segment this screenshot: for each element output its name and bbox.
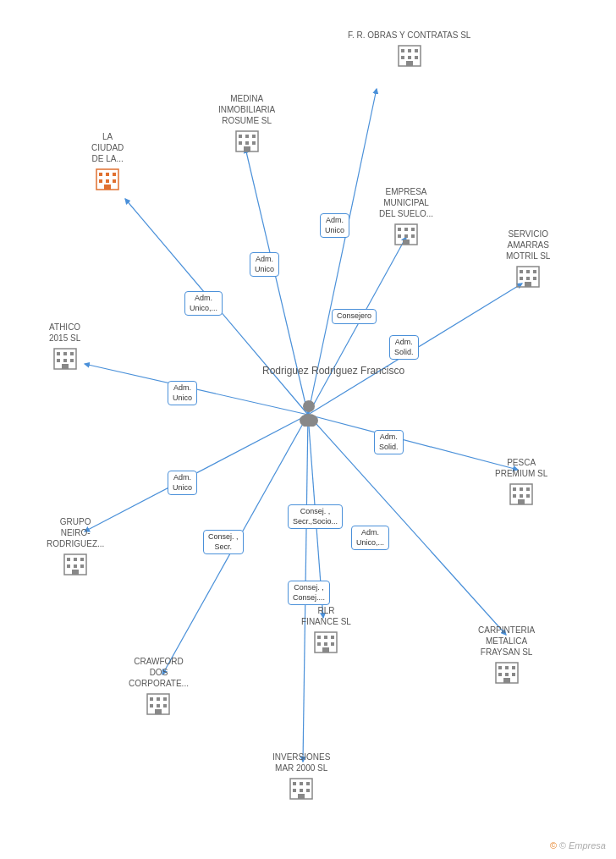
- svg-rect-53: [525, 282, 531, 287]
- svg-rect-73: [80, 558, 84, 561]
- label-medina: MEDINAINMOBILIARIAROSUME SL: [218, 93, 275, 126]
- svg-rect-74: [67, 564, 70, 568]
- svg-rect-43: [404, 234, 408, 238]
- svg-rect-108: [306, 789, 310, 792]
- svg-rect-105: [306, 782, 310, 785]
- node-crawford: CRAWFORDDOSCORPORATE...: [129, 656, 189, 716]
- svg-rect-82: [317, 642, 321, 646]
- node-athico: ATHICO2015 SL: [49, 322, 80, 371]
- svg-rect-87: [498, 666, 502, 669]
- svg-rect-56: [63, 352, 67, 355]
- svg-rect-21: [406, 61, 413, 66]
- role-badge-r3[interactable]: Adm.Unico,...: [184, 291, 223, 316]
- svg-rect-75: [74, 564, 77, 568]
- svg-rect-65: [526, 487, 530, 491]
- svg-rect-67: [520, 494, 523, 498]
- role-badge-r5[interactable]: Adm.Solid.: [389, 335, 419, 360]
- svg-rect-71: [67, 558, 70, 561]
- svg-rect-60: [70, 359, 74, 362]
- watermark: © © Empresa: [550, 840, 606, 851]
- svg-rect-49: [533, 270, 536, 273]
- diagram-container: Rodriguez Rodriguez Francisco F. R. OBRA…: [0, 0, 616, 859]
- svg-rect-107: [300, 789, 303, 792]
- svg-rect-48: [526, 270, 530, 273]
- svg-rect-89: [512, 666, 515, 669]
- role-badge-r9[interactable]: Consej. ,Secr.: [203, 530, 244, 554]
- label-servicio-amarras: SERVICIOAMARRASMOTRIL SL: [506, 229, 550, 262]
- svg-rect-90: [498, 673, 502, 676]
- role-badge-r7[interactable]: Adm.Solid.: [374, 430, 404, 454]
- svg-rect-57: [70, 352, 74, 355]
- label-carpinteria: CARPINTERIAMETALICAFRAYSAN SL: [478, 625, 535, 658]
- svg-line-3: [308, 237, 406, 415]
- role-badge-r4[interactable]: Consejero: [332, 309, 377, 324]
- node-carpinteria: CARPINTERIAMETALICAFRAYSAN SL: [478, 625, 535, 685]
- svg-rect-91: [505, 673, 509, 676]
- role-badge-r11[interactable]: Adm.Unico,...: [351, 526, 389, 550]
- node-servicio-amarras: SERVICIOAMARRASMOTRIL SL: [506, 229, 550, 289]
- svg-rect-15: [401, 49, 404, 52]
- svg-rect-34: [99, 179, 102, 183]
- svg-rect-51: [526, 277, 530, 280]
- role-badge-r8[interactable]: Adm.Unico: [168, 471, 197, 495]
- svg-rect-101: [155, 709, 162, 714]
- svg-rect-98: [150, 704, 153, 708]
- role-badge-r10[interactable]: Consej. ,Secr.,Socio...: [288, 504, 343, 529]
- svg-rect-26: [239, 141, 242, 145]
- svg-rect-42: [398, 234, 401, 238]
- svg-rect-100: [163, 704, 167, 708]
- svg-rect-96: [157, 697, 160, 701]
- svg-rect-68: [526, 494, 530, 498]
- role-badge-r12[interactable]: Consej. ,Consej....: [288, 581, 330, 605]
- node-rlr-finance: RLRFINANCE SL: [301, 605, 351, 654]
- connection-lines: [0, 0, 616, 859]
- svg-rect-47: [520, 270, 523, 273]
- node-empresa-municipal: EMPRESAMUNICIPALDEL SUELO...: [379, 186, 433, 246]
- label-pesca-premium: PESCAPREMIUM SL: [495, 457, 547, 479]
- svg-rect-55: [57, 352, 60, 355]
- svg-rect-23: [239, 135, 242, 138]
- svg-rect-88: [505, 666, 509, 669]
- svg-rect-95: [150, 697, 153, 701]
- svg-rect-79: [317, 636, 321, 639]
- label-inversiones: INVERSIONESMAR 2000 SL: [272, 752, 330, 774]
- node-inversiones: INVERSIONESMAR 2000 SL: [272, 752, 330, 801]
- svg-rect-76: [80, 564, 84, 568]
- label-athico: ATHICO2015 SL: [49, 322, 80, 344]
- svg-rect-103: [293, 782, 296, 785]
- svg-rect-25: [252, 135, 256, 138]
- svg-rect-66: [513, 494, 516, 498]
- node-fr-obras: F. R. OBRAS Y CONTRATAS SL: [348, 30, 470, 68]
- svg-rect-39: [398, 228, 401, 231]
- svg-rect-109: [298, 794, 305, 799]
- svg-rect-41: [411, 228, 415, 231]
- svg-rect-20: [415, 56, 418, 59]
- svg-rect-83: [324, 642, 327, 646]
- svg-rect-19: [408, 56, 411, 59]
- node-la-ciudad: LACIUDADDE LA...: [91, 131, 124, 191]
- label-empresa-municipal: EMPRESAMUNICIPALDEL SUELO...: [379, 186, 433, 219]
- svg-rect-33: [113, 173, 116, 176]
- label-grupo-neiro: GRUPONEIRO-RODRIGUEZ...: [47, 516, 104, 549]
- svg-rect-50: [520, 277, 523, 280]
- svg-rect-85: [322, 647, 329, 653]
- svg-rect-17: [415, 49, 418, 52]
- person-icon: [294, 398, 323, 427]
- node-pesca-premium: PESCAPREMIUM SL: [495, 457, 547, 506]
- building-icon-fr-obras: [397, 42, 422, 68]
- svg-rect-61: [62, 364, 69, 369]
- svg-rect-92: [512, 673, 515, 676]
- svg-rect-72: [74, 558, 77, 561]
- role-badge-r6[interactable]: Adm.Unico: [168, 381, 197, 405]
- svg-line-6: [308, 415, 518, 470]
- svg-rect-99: [157, 704, 160, 708]
- svg-rect-58: [57, 359, 60, 362]
- svg-rect-27: [245, 141, 249, 145]
- svg-rect-16: [408, 49, 411, 52]
- svg-rect-80: [324, 636, 327, 639]
- role-badge-r2[interactable]: Adm.Unico: [250, 252, 279, 277]
- role-badge-r1[interactable]: Adm.Unico: [320, 213, 349, 238]
- svg-rect-45: [403, 240, 410, 245]
- svg-rect-52: [533, 277, 536, 280]
- svg-point-13: [300, 414, 318, 427]
